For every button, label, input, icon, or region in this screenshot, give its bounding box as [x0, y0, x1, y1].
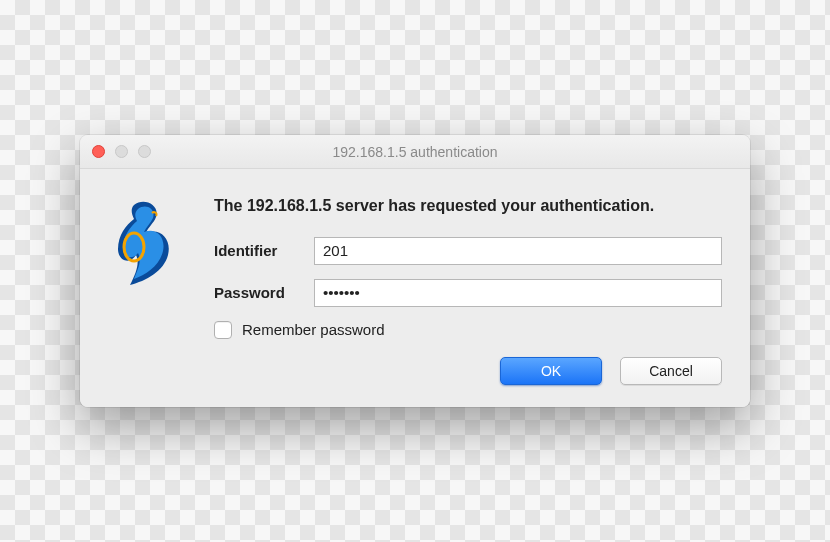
cancel-button[interactable]: Cancel: [620, 357, 722, 385]
password-input[interactable]: [314, 279, 722, 307]
dialog-body: The 192.168.1.5 server has requested you…: [80, 169, 750, 407]
remember-checkbox[interactable]: [214, 321, 232, 339]
close-icon[interactable]: [92, 145, 105, 158]
identifier-input[interactable]: [314, 237, 722, 265]
identifier-label: Identifier: [214, 242, 314, 259]
minimize-icon: [115, 145, 128, 158]
remember-label: Remember password: [242, 321, 385, 338]
window-controls: [92, 145, 151, 158]
zoom-icon: [138, 145, 151, 158]
titlebar: 192.168.1.5 authentication: [80, 135, 750, 169]
ok-button[interactable]: OK: [500, 357, 602, 385]
dialog-message: The 192.168.1.5 server has requested you…: [214, 195, 722, 217]
window-title: 192.168.1.5 authentication: [80, 144, 750, 160]
app-icon: [110, 199, 186, 385]
authentication-dialog: 192.168.1.5 authentication The 192.168.1…: [80, 135, 750, 407]
password-label: Password: [214, 284, 314, 301]
